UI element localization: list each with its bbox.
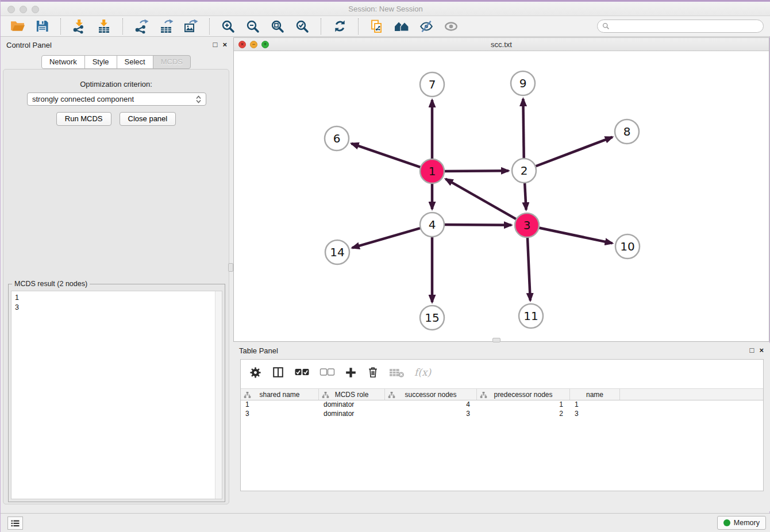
table-cell[interactable]: 4 xyxy=(385,400,477,410)
open-session-icon[interactable] xyxy=(7,18,27,35)
vertical-splitter-handle[interactable] xyxy=(228,263,233,272)
table-cell[interactable]: dominator xyxy=(319,410,385,419)
search-icon xyxy=(602,22,610,30)
duplicate-network-icon[interactable] xyxy=(367,18,387,35)
zoom-fit-icon[interactable] xyxy=(268,18,287,35)
tab-network[interactable]: Network xyxy=(41,55,85,69)
tab-select[interactable]: Select xyxy=(117,55,153,69)
graph-node-1[interactable]: 1 xyxy=(420,159,444,183)
select-all-icon[interactable] xyxy=(294,368,310,376)
graph-node-14[interactable]: 14 xyxy=(325,240,349,264)
tab-style[interactable]: Style xyxy=(84,55,117,69)
memory-button[interactable]: Memory xyxy=(717,516,766,530)
optimization-criterion-label: Optimization criterion: xyxy=(3,80,229,88)
graph-edge-1-6[interactable] xyxy=(352,144,422,168)
graph-node-6[interactable]: 6 xyxy=(325,126,349,151)
node-table-container: f(x) shared name MCDS role successor nod… xyxy=(240,359,764,491)
split-panel-icon[interactable] xyxy=(272,366,284,379)
export-network-icon[interactable] xyxy=(132,18,151,35)
svg-text:15: 15 xyxy=(425,311,439,325)
table-cell[interactable]: 3 xyxy=(385,410,477,419)
tree-icon xyxy=(322,391,329,400)
table-cell[interactable]: 1 xyxy=(477,400,570,410)
table-cell[interactable]: 1 xyxy=(241,400,319,410)
criterion-dropdown[interactable]: strongly connected component xyxy=(27,92,206,106)
graph-edge-4-14[interactable] xyxy=(352,228,422,248)
mcds-result-text: 1 3 xyxy=(15,293,19,313)
column-header-predecessor-nodes[interactable]: predecessor nodes xyxy=(477,389,570,400)
add-column-icon[interactable] xyxy=(345,367,357,379)
network-graph[interactable]: 7968124314101511 xyxy=(234,51,769,341)
graph-edge-2-8[interactable] xyxy=(534,137,613,167)
mcds-result-groupbox: MCDS result (2 nodes) 1 3 xyxy=(8,284,225,502)
zoom-out-icon[interactable] xyxy=(243,18,263,35)
tree-icon xyxy=(388,391,395,400)
svg-text:11: 11 xyxy=(523,309,538,323)
deselect-all-icon[interactable] xyxy=(319,368,335,376)
graph-edge-3-11[interactable] xyxy=(528,236,530,300)
column-header-name[interactable]: name xyxy=(570,389,620,400)
mcds-result-area[interactable]: 1 3 xyxy=(11,291,222,499)
search-field[interactable] xyxy=(597,20,764,33)
refresh-icon[interactable] xyxy=(330,18,349,35)
float-panel-icon[interactable]: □ xyxy=(213,40,218,49)
toolbar-separator xyxy=(60,18,61,34)
close-table-panel-icon[interactable]: × xyxy=(759,346,764,355)
table-cell[interactable]: 2 xyxy=(477,410,570,419)
table-cell[interactable]: 1 xyxy=(570,400,620,410)
graph-node-11[interactable]: 11 xyxy=(519,304,543,328)
column-header-mcds-role[interactable]: MCDS role xyxy=(319,389,385,400)
graph-node-7[interactable]: 7 xyxy=(420,72,444,97)
settings-gear-icon[interactable] xyxy=(249,366,262,379)
mcds-panel: Optimization criterion: strongly connect… xyxy=(3,69,229,504)
export-table-icon[interactable] xyxy=(156,18,176,35)
graph-edge-3-10[interactable] xyxy=(538,228,613,243)
graph-node-2[interactable]: 2 xyxy=(512,159,536,183)
hide-selected-icon[interactable] xyxy=(417,18,436,35)
tree-icon xyxy=(480,391,487,400)
delete-column-icon[interactable] xyxy=(367,366,379,379)
export-image-icon[interactable] xyxy=(181,18,201,35)
horizontal-splitter-handle[interactable] xyxy=(492,338,500,342)
column-header-successor-nodes[interactable]: successor nodes xyxy=(385,389,477,400)
column-header-shared-name[interactable]: shared name xyxy=(241,389,319,400)
run-mcds-button[interactable]: Run MCDS xyxy=(56,112,111,126)
close-panel-icon[interactable]: × xyxy=(222,40,227,49)
close-panel-button[interactable]: Close panel xyxy=(120,112,176,126)
table-cell[interactable]: 3 xyxy=(241,410,319,419)
tab-mcds[interactable]: MCDS xyxy=(153,55,191,69)
home-icon[interactable] xyxy=(392,18,411,35)
graph-edge-2-3[interactable] xyxy=(525,182,526,210)
network-window-titlebar[interactable]: × − + scc.txt xyxy=(234,38,769,51)
table-cell[interactable]: 3 xyxy=(570,410,620,419)
graph-node-8[interactable]: 8 xyxy=(615,119,639,144)
graph-node-4[interactable]: 4 xyxy=(420,213,444,237)
save-session-icon[interactable] xyxy=(32,18,52,35)
graph-node-15[interactable]: 15 xyxy=(420,306,444,330)
network-canvas[interactable]: 7968124314101511 xyxy=(234,51,769,341)
float-table-panel-icon[interactable]: □ xyxy=(750,346,754,355)
task-history-icon[interactable] xyxy=(7,516,23,530)
zoom-selected-icon[interactable] xyxy=(292,18,312,35)
import-network-icon[interactable] xyxy=(70,18,89,35)
graph-node-9[interactable]: 9 xyxy=(511,71,535,95)
search-input[interactable] xyxy=(613,22,759,30)
graph-edge-1-2[interactable] xyxy=(443,171,509,171)
table-row[interactable]: 1dominator411 xyxy=(241,400,763,410)
zoom-in-icon[interactable] xyxy=(218,18,238,35)
graph-node-3[interactable]: 3 xyxy=(515,213,539,237)
graph-edge-2-9[interactable] xyxy=(523,99,523,160)
svg-text:10: 10 xyxy=(620,240,634,253)
table-row[interactable]: 3dominator323 xyxy=(241,410,763,419)
graph-edge-3-1[interactable] xyxy=(445,179,517,219)
network-view-title: scc.txt xyxy=(234,40,769,49)
delete-table-icon[interactable] xyxy=(389,367,405,379)
svg-text:14: 14 xyxy=(330,245,344,259)
graph-node-10[interactable]: 10 xyxy=(615,234,640,259)
function-builder-icon[interactable]: f(x) xyxy=(414,367,431,378)
show-all-icon[interactable] xyxy=(441,18,461,35)
import-table-icon[interactable] xyxy=(94,18,114,35)
table-cell[interactable]: dominator xyxy=(319,400,385,410)
graph-edge-4-3[interactable] xyxy=(443,225,511,225)
result-scrollbar[interactable] xyxy=(215,291,222,499)
